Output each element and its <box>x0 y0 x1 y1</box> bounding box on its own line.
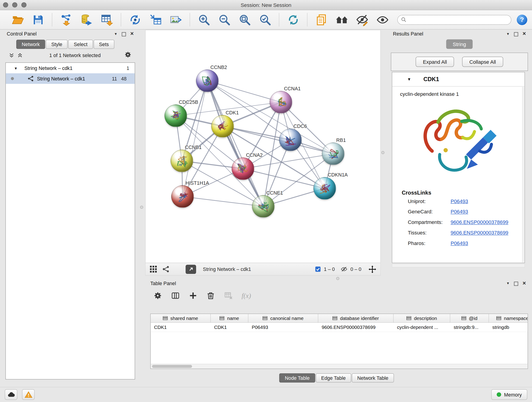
crosslink-value-link[interactable]: 9606.ENSP00000378699 <box>451 219 508 225</box>
table-tab-edge-table[interactable]: Edge Table <box>316 373 351 383</box>
network-node-CDC25B[interactable] <box>165 104 187 127</box>
collapse-triangle-icon[interactable]: ▼ <box>407 77 411 82</box>
collapse-all-button[interactable]: Collapse All <box>462 57 503 67</box>
crosslink-value-link[interactable]: P06493 <box>451 209 468 215</box>
network-node-CCNE1[interactable] <box>252 195 274 218</box>
delete-table-button[interactable] <box>224 291 233 300</box>
network-node-CDC6[interactable] <box>279 128 302 151</box>
table-cell[interactable]: stringdb:9... <box>450 323 489 332</box>
tab-string[interactable]: String <box>446 39 473 49</box>
hidden-eye-slash-icon[interactable] <box>341 266 347 273</box>
warnings-button[interactable] <box>22 389 35 400</box>
network-node-CDKN1A[interactable] <box>313 177 336 200</box>
table-cell[interactable]: stringdb <box>489 323 528 332</box>
collapse-all-networks-icon[interactable] <box>9 53 14 58</box>
apply-layout-button[interactable] <box>285 12 301 27</box>
network-node-CCNB2[interactable] <box>196 70 219 92</box>
control-tab-style[interactable]: Style <box>46 40 68 49</box>
network-node-RB1[interactable] <box>322 143 344 165</box>
results-scrollbar[interactable] <box>522 87 525 262</box>
export-image-button[interactable] <box>168 12 184 27</box>
network-canvas[interactable]: CCNB2CCNA1CDC25BCDK1CDC6RB1CCNB1CCNA2CDK… <box>146 30 380 263</box>
collapse-triangle-icon[interactable]: ▼ <box>14 66 18 70</box>
scrollbar-thumb[interactable] <box>152 365 192 368</box>
selected-checkbox-icon[interactable] <box>315 266 321 272</box>
import-network-file-button[interactable] <box>58 12 74 27</box>
zoom-out-button[interactable] <box>216 12 232 27</box>
crosslink-value-link[interactable]: P06493 <box>451 240 468 246</box>
pan-crosshair-icon[interactable] <box>368 265 376 273</box>
close-window-button[interactable] <box>3 2 8 7</box>
close-panel-icon[interactable]: × <box>130 31 134 36</box>
show-details-button[interactable] <box>375 12 390 27</box>
network-options-gear-icon[interactable] <box>124 51 132 60</box>
maximize-panel-icon[interactable] <box>122 32 126 36</box>
open-session-button[interactable] <box>10 12 25 27</box>
hide-details-button[interactable] <box>354 12 370 27</box>
table-settings-button[interactable] <box>153 291 162 300</box>
control-tab-select[interactable]: Select <box>68 40 93 49</box>
column-header-canonical-name[interactable]: canonical name <box>248 314 318 322</box>
table-row[interactable]: CDK1CDK1P064939606.ENSP00000378699cyclin… <box>151 323 528 332</box>
splitter-handle-bottom[interactable] <box>336 277 339 280</box>
control-tab-sets[interactable]: Sets <box>94 40 114 49</box>
show-columns-button[interactable] <box>171 291 180 300</box>
column-header-namespace[interactable]: namespace <box>489 314 528 322</box>
search-field[interactable] <box>397 15 511 25</box>
column-header-database-identifier[interactable]: database identifier <box>318 314 394 322</box>
network-node-CCNA2[interactable] <box>232 157 254 180</box>
zoom-window-button[interactable] <box>21 2 26 7</box>
network-node-CDK1[interactable] <box>211 115 234 138</box>
column-header-shared-name[interactable]: shared name <box>151 314 211 322</box>
crosslink-value-link[interactable]: P06493 <box>451 198 468 204</box>
zoom-in-button[interactable] <box>196 12 212 27</box>
table-tab-network-table[interactable]: Network Table <box>352 373 394 383</box>
table-tab-node-table[interactable]: Node Table <box>279 373 315 383</box>
float-panel-icon[interactable]: ▼ <box>114 32 118 36</box>
import-network-database-button[interactable] <box>79 12 94 27</box>
view-grid-button[interactable] <box>150 265 157 273</box>
copy-document-button[interactable] <box>313 12 329 27</box>
splitter-handle-left[interactable] <box>140 206 143 209</box>
column-header-description[interactable]: description <box>394 314 450 322</box>
search-input[interactable] <box>409 17 507 22</box>
function-builder-button[interactable]: f(x) <box>241 292 251 300</box>
help-button[interactable]: ? <box>517 14 527 25</box>
network-collection-row[interactable]: ▼ String Network – cdk1 1 <box>6 63 135 73</box>
table-cell[interactable]: CDK1 <box>151 323 211 332</box>
view-network-button[interactable] <box>162 265 170 273</box>
results-horizontal-scrollbar[interactable] <box>392 264 525 268</box>
attach-table-button[interactable] <box>147 12 163 27</box>
delete-column-button[interactable] <box>206 291 215 300</box>
crosslink-value-link[interactable]: 9606.ENSP00000378699 <box>451 230 508 236</box>
float-panel-icon[interactable]: ▼ <box>506 282 510 285</box>
cloud-button[interactable] <box>5 389 17 400</box>
gene-section-header[interactable]: ▼ CDK1 <box>392 72 525 86</box>
save-session-button[interactable] <box>30 12 46 27</box>
zoom-selected-button[interactable] <box>257 12 273 27</box>
network-row[interactable]: String Network – cdk1 11 48 <box>6 73 135 84</box>
network-node-CCNB1[interactable] <box>171 150 193 172</box>
fit-content-button[interactable] <box>237 12 253 27</box>
expand-all-networks-icon[interactable] <box>17 53 23 58</box>
add-column-button[interactable] <box>189 291 197 300</box>
column-header-name[interactable]: name <box>211 314 248 322</box>
maximize-panel-icon[interactable] <box>514 32 518 36</box>
memory-button[interactable]: Memory <box>491 389 527 400</box>
close-panel-icon[interactable]: × <box>523 280 526 286</box>
minimize-window-button[interactable] <box>12 2 17 7</box>
float-panel-icon[interactable]: ▼ <box>506 32 510 36</box>
table-cell[interactable]: cyclin-dependent ... <box>394 323 450 332</box>
table-horizontal-scrollbar[interactable] <box>151 364 528 369</box>
expand-all-button[interactable]: Expand All <box>416 57 454 67</box>
snapshots-button[interactable] <box>334 12 349 27</box>
network-node-HIST1H1A[interactable] <box>171 185 194 208</box>
import-table-button[interactable] <box>99 12 114 27</box>
table-cell[interactable]: CDK1 <box>211 323 248 332</box>
splitter-handle-right[interactable] <box>381 151 385 154</box>
table-cell[interactable]: P06493 <box>248 323 318 332</box>
close-panel-icon[interactable]: × <box>523 31 526 36</box>
network-from-selection-button[interactable] <box>127 12 143 27</box>
control-tab-network[interactable]: Network <box>16 40 45 49</box>
network-node-CCNA1[interactable] <box>270 91 292 114</box>
